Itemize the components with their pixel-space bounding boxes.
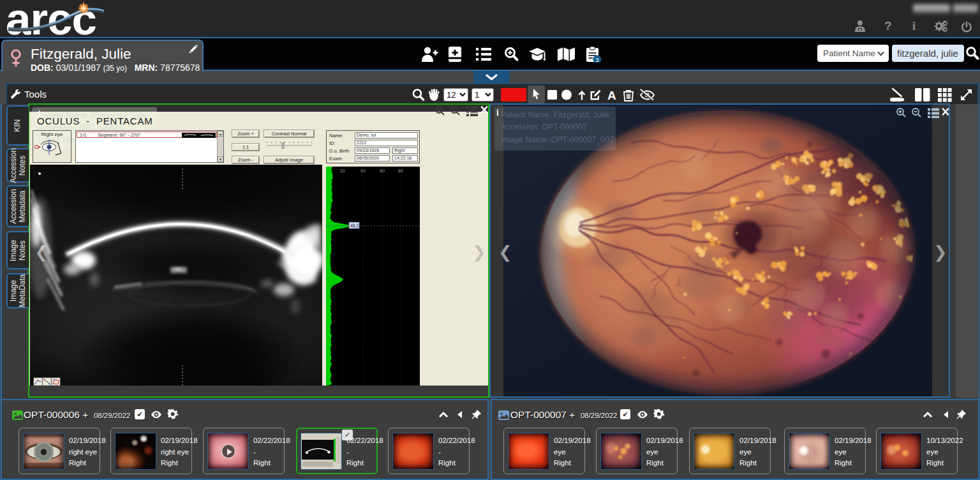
svg-text:40: 40 [360, 169, 366, 173]
svg-text:80: 80 [398, 169, 403, 173]
svg-text:3: 3 [595, 56, 598, 63]
svg-text:60: 60 [380, 169, 385, 173]
svg-text:48.2: 48.2 [350, 223, 359, 228]
svg-text:A: A [607, 89, 616, 102]
svg-text:i: i [912, 20, 916, 33]
svg-text:?: ? [884, 20, 892, 33]
svg-text:20: 20 [340, 169, 345, 173]
